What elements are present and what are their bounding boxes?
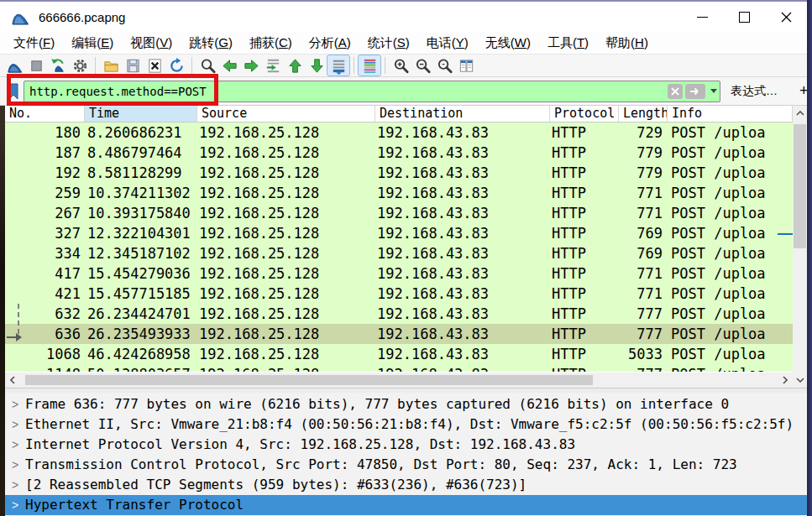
zoom-out-button[interactable] — [411, 55, 433, 76]
packet-row[interactable]: 63226.234424701192.168.25.128192.168.43.… — [5, 304, 793, 324]
go-first-button[interactable] — [284, 55, 306, 76]
scroll-right-button[interactable] — [778, 373, 793, 388]
detail-row[interactable]: >Transmission Control Protocol, Src Port… — [5, 455, 807, 475]
column-header-destination[interactable]: Destination — [375, 106, 550, 122]
filter-apply-button[interactable] — [685, 84, 705, 99]
column-header-no[interactable]: No. — [5, 106, 85, 122]
menu-item-telephony[interactable]: 电话(Y) — [418, 33, 477, 54]
colorize-button[interactable] — [359, 55, 380, 76]
cell-destination: 192.168.43.83 — [375, 263, 550, 284]
menu-item-edit[interactable]: 编辑(E) — [63, 33, 122, 54]
packet-row[interactable]: 26710.393175840192.168.25.128192.168.43.… — [5, 203, 793, 223]
expand-chevron-icon[interactable]: > — [5, 414, 25, 435]
menu-item-help[interactable]: 帮助(H) — [597, 33, 657, 54]
column-header-source[interactable]: Source — [197, 106, 375, 122]
filter-history-dropdown[interactable] — [708, 89, 720, 93]
start-capture-button[interactable] — [3, 55, 25, 76]
reload-file-button[interactable] — [165, 55, 187, 76]
display-filter-input[interactable]: http.request.method==POST — [24, 81, 720, 102]
cell-no: 180 — [24, 122, 85, 143]
expand-chevron-icon[interactable]: > — [5, 495, 25, 515]
expand-chevron-icon[interactable]: > — [5, 394, 25, 414]
packet-row[interactable]: 1808.260686231192.168.25.128192.168.43.8… — [5, 122, 793, 143]
expand-chevron-icon[interactable]: > — [5, 455, 25, 475]
go-forward-button[interactable] — [240, 55, 262, 76]
cell-no: 192 — [24, 163, 85, 183]
packet-row[interactable]: 42115.457715185192.168.25.128192.168.43.… — [5, 284, 793, 304]
packet-row[interactable]: 114850.138803657192.168.25.128192.168.43… — [5, 364, 793, 372]
packet-row[interactable]: 25910.374211302192.168.25.128192.168.43.… — [5, 183, 793, 203]
menu-item-capture[interactable]: 捕获(C) — [241, 33, 301, 54]
zoom-in-icon — [392, 57, 410, 75]
packet-list-vertical-scrollbar[interactable] — [793, 106, 807, 388]
open-file-button[interactable] — [100, 55, 122, 76]
cell-destination: 192.168.43.83 — [375, 183, 550, 203]
detail-row[interactable]: >[2 Reassembled TCP Segments (959 bytes)… — [5, 475, 807, 495]
column-header-time[interactable]: Time — [85, 106, 197, 122]
expand-chevron-icon[interactable]: > — [5, 475, 25, 495]
cell-time: 10.374211302 — [85, 183, 197, 203]
filter-bookmark-button[interactable] — [5, 81, 22, 102]
packet-row[interactable]: 32712.322104301192.168.25.128192.168.43.… — [5, 223, 793, 243]
close-file-button[interactable] — [144, 55, 165, 76]
auto-scroll-button[interactable] — [327, 55, 349, 76]
scroll-down-button[interactable] — [793, 373, 807, 388]
menu-item-go[interactable]: 跳转(G) — [181, 33, 241, 54]
expression-button[interactable]: 表达式… — [727, 82, 781, 101]
cell-info: POST /uploa — [668, 163, 793, 183]
column-header-length[interactable]: Length — [619, 106, 668, 122]
cell-time: 8.260686231 — [85, 122, 197, 143]
column-header-protocol[interactable]: Protocol — [550, 106, 619, 122]
cell-source: 192.168.25.128 — [197, 324, 375, 344]
menu-item-tools[interactable]: 工具(T) — [539, 33, 597, 54]
detail-row[interactable]: >Internet Protocol Version 4, Src: 192.1… — [5, 435, 807, 455]
close-button[interactable] — [765, 3, 807, 31]
column-header-info[interactable]: Info — [668, 106, 793, 122]
cell-length: 777 — [619, 304, 668, 324]
horizontal-scrollbar-thumb[interactable] — [25, 375, 593, 385]
menu-item-view[interactable]: 视图(V) — [122, 33, 181, 54]
filter-clear-button[interactable] — [668, 84, 683, 99]
cell-source: 192.168.25.128 — [197, 364, 375, 372]
resize-columns-button[interactable] — [455, 55, 477, 76]
detail-row[interactable]: >Frame 636: 777 bytes on wire (6216 bits… — [5, 394, 807, 414]
zoom-reset-button[interactable] — [433, 55, 455, 76]
packet-row[interactable]: 33412.345187102192.168.25.128192.168.43.… — [5, 243, 793, 263]
cell-info: POST /uploa — [668, 203, 793, 223]
maximize-button[interactable] — [723, 3, 765, 31]
save-file-icon — [124, 57, 142, 75]
packet-row[interactable]: 1878.486797464192.168.25.128192.168.43.8… — [5, 143, 793, 163]
go-to-packet-button[interactable] — [262, 55, 284, 76]
packet-row[interactable]: 41715.454279036192.168.25.128192.168.43.… — [5, 263, 793, 284]
minimize-button[interactable] — [681, 3, 723, 31]
detail-row[interactable]: >Ethernet II, Src: Vmware_21:b8:f4 (00:5… — [5, 414, 807, 435]
menu-item-wireless[interactable]: 无线(W) — [477, 33, 539, 54]
packet-row[interactable]: 106846.424268958192.168.25.128192.168.43… — [5, 344, 793, 364]
find-packet-button[interactable] — [196, 55, 218, 76]
packet-list-horizontal-scrollbar[interactable] — [5, 373, 793, 388]
scroll-left-button[interactable] — [5, 373, 20, 388]
restart-capture-button[interactable] — [47, 55, 69, 76]
stop-capture-button[interactable] — [25, 55, 47, 76]
packet-row-selected[interactable]: 63626.235493933192.168.25.128192.168.43.… — [5, 324, 793, 344]
cell-length: 771 — [619, 263, 668, 284]
packet-row[interactable]: 1928.581128299192.168.25.128192.168.43.8… — [5, 163, 793, 183]
expand-chevron-icon[interactable]: > — [5, 435, 25, 455]
go-back-button[interactable] — [218, 55, 240, 76]
detail-row-selected[interactable]: >Hypertext Transfer Protocol — [5, 495, 807, 515]
close-icon — [781, 12, 792, 23]
cell-info: POST /uploa — [668, 344, 793, 364]
cell-no: 632 — [24, 304, 85, 324]
menu-item-analyze[interactable]: 分析(A) — [301, 33, 359, 54]
clear-x-icon — [671, 87, 679, 96]
save-file-button[interactable] — [122, 55, 144, 76]
go-last-button[interactable] — [306, 55, 327, 76]
zoom-in-button[interactable] — [390, 55, 411, 76]
cell-destination: 192.168.43.83 — [375, 284, 550, 304]
menu-item-statistics[interactable]: 统计(S) — [359, 33, 418, 54]
capture-options-button[interactable] — [69, 55, 91, 76]
reload-file-icon — [168, 57, 186, 75]
vertical-scrollbar-thumb[interactable] — [794, 124, 806, 248]
menu-item-file[interactable]: 文件(F) — [5, 33, 63, 54]
scroll-up-button[interactable] — [793, 106, 807, 121]
